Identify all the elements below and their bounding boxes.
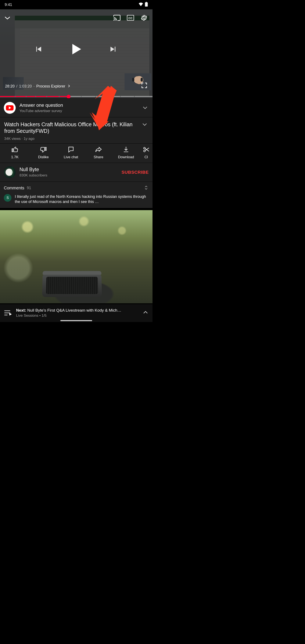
video-player[interactable]: CC 28:20 / 1:03:20 · Process Explorer — [0, 9, 152, 98]
view-count: 34K views — [4, 137, 20, 141]
time-separator: / — [16, 84, 17, 88]
upnext-playlist: Live Sessions — [16, 314, 38, 318]
channel-name[interactable]: Null Byte — [20, 167, 118, 172]
status-indicators — [138, 2, 148, 8]
video-title: Watch Hackers Craft Malicious Office Mac… — [4, 121, 138, 134]
upnext-position: 1/5 — [42, 314, 46, 318]
chevron-down-icon[interactable] — [142, 104, 149, 111]
comments-count: 91 — [27, 186, 31, 190]
subscribe-button[interactable]: SUBSCRIBE — [122, 170, 149, 175]
current-time: 28:20 — [5, 84, 14, 88]
youtube-icon — [4, 102, 16, 114]
share-button[interactable]: Share — [85, 146, 112, 159]
survey-subtitle: YouTube advertiser survey — [20, 109, 138, 113]
survey-card[interactable]: Answer one question YouTube advertiser s… — [0, 98, 152, 117]
playlist-icon[interactable] — [4, 310, 12, 316]
upnext-title-line: Next: Null Byte's First Q&A Livestream w… — [16, 308, 138, 313]
upnext-prefix: Next: — [16, 308, 26, 312]
previous-button[interactable] — [34, 45, 44, 54]
channel-avatar[interactable] — [4, 166, 16, 178]
chapter-name[interactable]: Process Explorer — [36, 84, 65, 88]
clock: 9:41 — [5, 2, 12, 7]
time-row: 28:20 / 1:03:20 · Process Explorer — [5, 84, 71, 88]
upnext-playlist-line: Live Sessions • 1/5 — [16, 314, 138, 318]
related-video-thumb[interactable] — [0, 210, 152, 303]
download-button[interactable]: Download — [112, 146, 140, 159]
livechat-label: Live chat — [64, 155, 78, 159]
status-bar: 9:41 — [0, 0, 152, 9]
survey-title: Answer one question — [20, 102, 138, 108]
commenter-avatar: S — [4, 194, 12, 202]
play-button[interactable] — [69, 42, 84, 57]
upnext-bar[interactable]: Next: Null Byte's First Q&A Livestream w… — [0, 304, 152, 322]
upload-age: 1y ago — [24, 137, 34, 141]
next-button[interactable] — [109, 45, 118, 54]
action-row: 1.7K Dislike Live chat Share Download Cl — [0, 144, 152, 163]
battery-icon — [145, 2, 148, 8]
like-count: 1.7K — [11, 155, 19, 159]
related-video-subject — [42, 274, 102, 297]
gesture-bar[interactable] — [60, 320, 92, 321]
video-meta[interactable]: Watch Hackers Craft Malicious Office Mac… — [0, 117, 152, 144]
expand-comments-icon[interactable] — [144, 185, 149, 191]
upnext-title: Null Byte's First Q&A Livestream with Ko… — [27, 308, 121, 312]
svg-rect-1 — [146, 4, 148, 6]
comments-label: Comments — [4, 186, 24, 190]
duration: 1:03:20 — [19, 84, 32, 88]
scrubber-handle[interactable] — [67, 95, 70, 98]
share-label: Share — [94, 155, 103, 159]
livechat-button[interactable]: Live chat — [57, 146, 85, 159]
wifi-icon — [138, 2, 143, 7]
channel-row[interactable]: Null Byte 830K subscribers SUBSCRIBE — [0, 163, 152, 182]
chapter-dot: · — [34, 84, 34, 88]
dislike-button[interactable]: Dislike — [30, 146, 57, 159]
clip-label: Cl — [144, 155, 148, 159]
like-button[interactable]: 1.7K — [0, 146, 30, 159]
subscriber-count: 830K subscribers — [20, 173, 118, 178]
chevron-right-icon[interactable] — [67, 84, 71, 88]
chevron-up-icon[interactable] — [142, 309, 149, 316]
dislike-label: Dislike — [38, 155, 49, 159]
fullscreen-button[interactable] — [141, 82, 148, 89]
comments-section[interactable]: Comments 91 S I literally just read of t… — [0, 182, 152, 210]
progress-bar[interactable] — [0, 96, 152, 97]
expand-description-button[interactable] — [142, 121, 148, 128]
clip-button[interactable]: Cl — [140, 146, 152, 159]
top-comment-text: I literally just read of the North Korea… — [15, 194, 149, 204]
video-stats: 34K views · 1y ago — [4, 137, 148, 141]
download-label: Download — [118, 155, 134, 159]
